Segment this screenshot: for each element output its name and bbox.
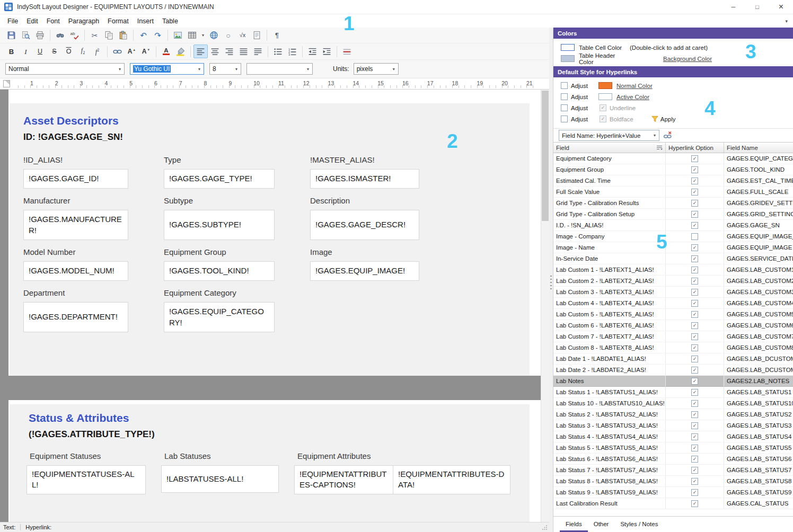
hyperlink-option-checkbox[interactable]: ✓ xyxy=(691,333,698,340)
hyperlink-option-cell[interactable]: ✓ xyxy=(666,476,724,487)
hyperlink-option-cell[interactable]: ✓ xyxy=(666,153,724,164)
hyperlink-option-checkbox[interactable]: ✓ xyxy=(691,456,698,463)
numbered-list-button[interactable]: 123 xyxy=(285,45,299,58)
table-row[interactable]: Lab Custom 2 - !LABTEXT2_ALIAS!✓GAGES.LA… xyxy=(553,276,793,287)
menu-item-format[interactable]: Format xyxy=(103,15,133,27)
hyperlink-option-checkbox[interactable]: ✓ xyxy=(691,178,698,184)
table-options-button[interactable]: ▾ xyxy=(199,29,207,42)
hyperlink-option-checkbox[interactable]: ✓ xyxy=(691,411,698,418)
table-row[interactable]: Lab Custom 3 - !LABTEXT3_ALIAS!✓GAGES.LA… xyxy=(553,287,793,298)
hyperlink-option-checkbox[interactable]: ✓ xyxy=(691,389,698,396)
hyperlink-option-checkbox[interactable]: ✓ xyxy=(691,200,698,207)
background-color-link[interactable]: Background Color xyxy=(663,56,712,62)
table-row[interactable]: Image - Name✓GAGES.EQUIP_IMAGE xyxy=(553,242,793,253)
scrollbar-thumb[interactable] xyxy=(542,91,549,221)
hyperlink-option-cell[interactable]: ✓ xyxy=(666,298,724,309)
doc-field-box[interactable]: !GAGES.DEPARTMENT! xyxy=(23,302,128,332)
color-swatch[interactable] xyxy=(561,55,575,62)
hyperlink-option-checkbox[interactable]: ✓ xyxy=(691,211,698,218)
table-row[interactable]: Lab Status 3 - !LABSTATUS3_ALIAS!✓GAGES.… xyxy=(553,420,793,431)
formatting-marks-button[interactable]: ¶ xyxy=(270,29,284,42)
hyperlink-option-checkbox[interactable]: ✓ xyxy=(691,433,698,440)
table-row[interactable]: Lab Notes✓GAGES2.LAB_NOTES xyxy=(553,376,793,387)
adjust-checkbox[interactable] xyxy=(561,93,568,100)
table-row[interactable]: Lab Status 5 - !LABSTATUS5_ALIAS!✓GAGES.… xyxy=(553,442,793,454)
table-row[interactable]: Equipment Group✓GAGES.TOOL_KIND xyxy=(553,164,793,175)
doc-field-box[interactable]: !GAGES.EQUIP_CATEGORY! xyxy=(164,302,275,332)
equation-button[interactable]: √x xyxy=(235,29,250,42)
hyperlink-option-cell[interactable]: ✓ xyxy=(666,442,724,454)
hyperlink-option-cell[interactable]: ✓ xyxy=(666,398,724,409)
print-preview-button[interactable] xyxy=(19,29,33,42)
toolbar-overflow-icon[interactable]: ▾ xyxy=(785,19,788,24)
paste-button[interactable] xyxy=(116,29,130,42)
doc-field-box[interactable]: !EQUIPMENTATTRIBUTES-DATA! xyxy=(393,465,510,494)
panel-splitter[interactable] xyxy=(549,28,553,532)
doc-field-box[interactable]: !GAGES.GAGE_DESCR! xyxy=(310,210,419,240)
align-center-button[interactable] xyxy=(208,45,222,58)
cut-button[interactable]: ✂ xyxy=(87,29,102,42)
undo-button[interactable]: ↶ xyxy=(136,29,151,42)
maximize-button[interactable]: □ xyxy=(745,0,769,14)
tab-other[interactable]: Other xyxy=(588,517,615,532)
hyperlink-option-cell[interactable]: ✓ xyxy=(666,420,724,431)
hyperlink-option-cell[interactable]: ✓ xyxy=(666,198,724,209)
hyperlink-color-swatch[interactable] xyxy=(598,82,612,89)
shrink-font-button[interactable]: A▼ xyxy=(139,45,153,58)
bold-button[interactable]: B xyxy=(4,45,19,58)
hyperlink-globe-button[interactable] xyxy=(207,29,221,42)
redo-button[interactable]: ↷ xyxy=(151,29,165,42)
justify-all-button[interactable] xyxy=(251,45,265,58)
menu-item-file[interactable]: File xyxy=(3,15,22,27)
hyperlink-option-checkbox[interactable]: ✓ xyxy=(691,500,698,507)
strikethrough-button[interactable]: S xyxy=(47,45,61,58)
doc-field-box[interactable]: !GAGES.GAGE_ID! xyxy=(23,169,128,189)
table-row[interactable]: In-Service Date✓GAGES.SERVICE_DATE xyxy=(553,253,793,264)
close-button[interactable]: × xyxy=(769,0,793,14)
insert-frame-button[interactable] xyxy=(250,29,264,42)
document-page-1[interactable]: Asset Descriptors ID: !GAGES.GAGE_SN! !I… xyxy=(8,90,541,376)
doc-field-box[interactable]: !GAGES.SUBTYPE! xyxy=(164,210,275,240)
align-left-button[interactable] xyxy=(193,45,208,58)
table-row[interactable]: Lab Custom 6 - !LABTEXT6_ALIAS!✓GAGES.LA… xyxy=(553,320,793,331)
increase-indent-button[interactable] xyxy=(320,45,334,58)
table-row[interactable]: Grid Type - Calibration Results✓GAGES.GR… xyxy=(553,198,793,209)
field-name-combobox[interactable]: Field Name: Hyperlink+Value ▾ xyxy=(559,130,659,141)
hyperlink-option-cell[interactable]: ✓ xyxy=(666,454,724,465)
doc-field-box[interactable]: !GAGES.ISMASTER! xyxy=(310,169,419,189)
hyperlink-option-checkbox[interactable]: ✓ xyxy=(691,400,698,407)
doc-field-box[interactable]: !EQUIPMENTSTATUSES-ALL! xyxy=(27,465,146,494)
italic-button[interactable]: I xyxy=(19,45,33,58)
active-color-link[interactable]: Active Color xyxy=(616,94,649,100)
hyperlink-option-checkbox[interactable]: ✓ xyxy=(691,255,698,262)
spellcheck-button[interactable]: ab xyxy=(67,29,82,42)
table-row[interactable]: Full Scale Value✓GAGES.FULL_SCALE xyxy=(553,187,793,198)
hyperlink-option-checkbox[interactable]: ✓ xyxy=(691,367,698,374)
table-row[interactable]: Lab Status 2 - !LABSTATUS2_ALIAS!✓GAGES.… xyxy=(553,409,793,420)
adjust-checkbox[interactable] xyxy=(561,116,568,122)
insert-table-button[interactable] xyxy=(185,29,199,42)
overline-button[interactable]: O xyxy=(61,45,76,58)
hyperlink-option-cell[interactable]: ✓ xyxy=(666,175,724,187)
table-row[interactable]: Image - CompanyGAGES.EQUIP_IMAGE_CO xyxy=(553,231,793,242)
doc-field-box[interactable]: !EQUIPMENTATTRIBUTES-CAPTIONS! xyxy=(294,465,393,494)
tab-stop-selector[interactable] xyxy=(3,80,10,87)
column-header-hyperlink-option[interactable]: Hyperlink Option xyxy=(666,143,724,153)
table-row[interactable]: Lab Status 4 - !LABSTATUS4_ALIAS!✓GAGES.… xyxy=(553,431,793,442)
table-row[interactable]: Grid Type - Calibration Setup✓GAGES.GRID… xyxy=(553,209,793,220)
decrease-indent-button[interactable] xyxy=(305,45,320,58)
horizontal-line-button[interactable] xyxy=(340,45,354,58)
font-combobox[interactable]: Yu Gothic UI ▾ xyxy=(130,63,204,75)
hyperlink-option-cell[interactable]: ✓ xyxy=(666,309,724,320)
hyperlink-option-checkbox[interactable]: ✓ xyxy=(691,356,698,362)
hyperlink-option-checkbox[interactable]: ✓ xyxy=(691,445,698,451)
hyperlink-option-cell[interactable]: ✓ xyxy=(666,465,724,476)
hyperlink-color-swatch[interactable] xyxy=(598,93,612,100)
hyperlink-option-cell[interactable]: ✓ xyxy=(666,387,724,398)
color-swatch[interactable] xyxy=(561,44,575,51)
hyperlink-option-cell[interactable]: ✓ xyxy=(666,287,724,298)
table-row[interactable]: Lab Status 10 - !LABSTATUS10_ALIAS!✓GAGE… xyxy=(553,398,793,409)
hyperlink-option-checkbox[interactable]: ✓ xyxy=(691,422,698,429)
table-row[interactable]: I.D. - !SN_ALIAS!✓GAGES.GAGE_SN xyxy=(553,220,793,231)
hyperlink-option-cell[interactable]: ✓ xyxy=(666,220,724,231)
